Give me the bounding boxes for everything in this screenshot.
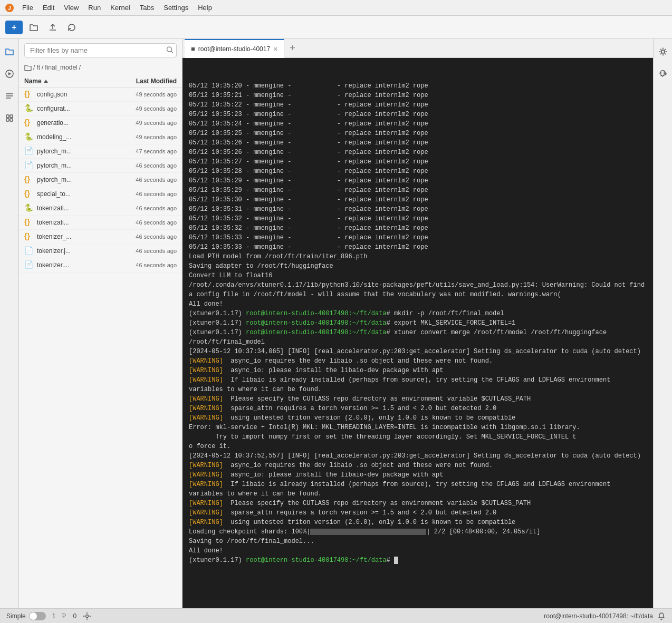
file-modified: 46 seconds ago — [108, 162, 177, 169]
terminal-saving-line: Saving to /root/ft/final_model... — [189, 537, 647, 546]
terminal-error-line: Try to import numpy first or set the thr… — [189, 432, 647, 442]
list-item[interactable]: 🐍 tokenizati... 46 seconds ago — [19, 201, 182, 216]
files-icon-btn[interactable] — [2, 44, 17, 59]
extension-icon-btn[interactable] — [2, 111, 17, 125]
app-container: + — [0, 16, 672, 623]
terminal-line: 05/12 10:35:32 - mmengine - - replace in… — [189, 223, 647, 233]
menu-help[interactable]: Help — [194, 3, 216, 13]
terminal-warning-line: [WARNING] using untested triton version … — [189, 518, 647, 527]
folder-icon — [29, 23, 39, 32]
list-item[interactable]: 📄 pytorch_m... 47 seconds ago — [19, 144, 182, 159]
terminal-warning-line: [WARNING] using untested triton version … — [189, 413, 647, 423]
breadcrumb-root[interactable]: / — [33, 64, 35, 71]
file-browser: / ft / final_model / Name Last Modified … — [19, 39, 183, 608]
list-item[interactable]: {} special_to... 46 seconds ago — [19, 187, 182, 201]
list-item[interactable]: 📄 pytorch_m... 46 seconds ago — [19, 159, 182, 173]
terminal-error-line: o force it. — [189, 442, 647, 451]
settings-status-icon[interactable] — [83, 612, 91, 620]
file-name: pytorch_m... — [37, 162, 108, 169]
file-name: tokenizer.j... — [37, 247, 108, 255]
terminal-line: 05/12 10:35:25 - mmengine - - replace in… — [189, 129, 647, 138]
menu-edit[interactable]: Edit — [39, 3, 59, 13]
file-search-area — [19, 39, 182, 62]
terminal-warning-line: [WARNING] sparse_attn requires a torch v… — [189, 404, 647, 413]
new-folder-button[interactable] — [26, 21, 42, 34]
warning-tag: [WARNING] — [189, 414, 223, 422]
json-icon: {} — [24, 218, 34, 227]
terminal[interactable]: 05/12 10:35:20 - mmengine - - replace in… — [183, 58, 653, 608]
warning-tag: [WARNING] — [189, 481, 223, 488]
modified-column-header[interactable]: Last Modified — [108, 77, 177, 85]
menu-kernel[interactable]: Kernel — [106, 3, 135, 13]
status-bar: Simple 1 𝙿 0 root@intern-studio-40017498… — [0, 608, 672, 623]
menubar: J File Edit View Run Kernel Tabs Setting… — [0, 0, 672, 16]
terminal-line: 05/12 10:35:32 - mmengine - - replace in… — [189, 214, 647, 223]
json-icon: {} — [24, 90, 34, 99]
status-left: Simple 1 𝙿 0 — [6, 612, 91, 620]
file-modified: 49 seconds ago — [108, 105, 177, 112]
warning-tag: [WARNING] — [189, 405, 223, 412]
terminal-error-line: Error: mkl-service + Intel(R) MKL: MKL_T… — [189, 423, 647, 432]
menu-settings[interactable]: Settings — [159, 3, 193, 13]
warning-tag: [WARNING] — [189, 462, 223, 469]
menu-run[interactable]: Run — [84, 3, 105, 13]
list-item[interactable]: {} pytorch_m... 46 seconds ago — [19, 173, 182, 187]
warning-tag: [WARNING] — [189, 376, 223, 384]
terminal-tab[interactable]: ■ root@intern-studio-40017 × — [185, 39, 284, 58]
terminal-line: Convert LLM to float16 — [189, 271, 647, 280]
list-item[interactable]: 🐍 configurat... 49 seconds ago — [19, 102, 182, 116]
file-icon: 📄 — [24, 246, 34, 256]
terminal-tab-icon: ■ — [191, 45, 195, 53]
file-icon: 📄 — [24, 260, 34, 270]
refresh-button[interactable] — [64, 21, 80, 34]
bell-icon[interactable] — [657, 612, 666, 620]
folder-open-icon — [5, 47, 14, 56]
terminal-path: ~/ft/data — [352, 329, 387, 336]
breadcrumb-ft[interactable]: ft — [36, 64, 40, 71]
status-path: root@intern-studio-40017498: ~/ft/data — [544, 612, 653, 620]
svg-rect-5 — [6, 119, 9, 121]
terminal-line: 05/12 10:35:26 - mmengine - - replace in… — [189, 138, 647, 148]
terminal-line: Saving adapter to /root/ft/huggingface — [189, 261, 647, 271]
terminal-final-path: ~/ft/data — [352, 557, 387, 564]
list-item[interactable]: {} tokenizer_... 46 seconds ago — [19, 230, 182, 244]
gear-icon-btn[interactable] — [656, 44, 670, 59]
menu-view[interactable]: View — [60, 3, 83, 13]
table-of-contents-icon — [5, 91, 14, 101]
simple-mode-toggle[interactable] — [29, 612, 46, 620]
new-tab-button[interactable]: + — [284, 39, 301, 58]
terminal-line: 05/12 10:35:26 - mmengine - - replace in… — [189, 148, 647, 157]
name-column-header[interactable]: Name — [24, 77, 108, 85]
file-modified: 46 seconds ago — [108, 177, 177, 183]
menu-tabs[interactable]: Tabs — [136, 3, 158, 13]
menu-file[interactable]: File — [18, 3, 37, 13]
list-item[interactable]: {} config.json 49 seconds ago — [19, 87, 182, 102]
file-modified: 46 seconds ago — [108, 219, 177, 226]
new-button[interactable]: + — [5, 21, 23, 34]
list-item[interactable]: 📄 tokenizer.j... 46 seconds ago — [19, 244, 182, 258]
terminal-command-line: (xtuner0.1.17) root@intern-studio-400174… — [189, 328, 647, 347]
terminal-command-line: (xtuner0.1.17) root@intern-studio-400174… — [189, 309, 647, 318]
terminal-warning-line: [WARNING] async_io requires the dev liba… — [189, 461, 647, 470]
tab-close-button[interactable]: × — [273, 45, 277, 53]
terminal-user: root@intern-studio-40017498: — [246, 329, 352, 336]
breadcrumb-final-model[interactable]: final_model — [45, 64, 77, 71]
list-item[interactable]: 📄 tokenizer.... 46 seconds ago — [19, 258, 182, 272]
list-item[interactable]: 🐍 modeling_... 49 seconds ago — [19, 130, 182, 144]
json-icon: {} — [24, 175, 34, 184]
table-icon-btn[interactable] — [2, 89, 17, 103]
search-button[interactable] — [166, 46, 174, 55]
list-item[interactable]: {} generatio... 49 seconds ago — [19, 116, 182, 130]
upload-button[interactable] — [45, 21, 61, 34]
puzzle-icon-btn[interactable] — [656, 66, 670, 81]
file-icon: 📄 — [24, 161, 34, 170]
kernel-count: 1 — [52, 612, 56, 620]
file-name: modeling_... — [37, 133, 108, 141]
progress-bar — [310, 529, 426, 535]
simple-mode-label: Simple — [6, 612, 26, 620]
running-icon-btn[interactable] — [2, 66, 17, 81]
terminal-final-prompt: (xtuner0.1.17) root@intern-studio-400174… — [189, 556, 647, 565]
search-input[interactable] — [24, 43, 177, 57]
cursor-block — [394, 557, 398, 564]
list-item[interactable]: {} tokenizati... 46 seconds ago — [19, 216, 182, 230]
